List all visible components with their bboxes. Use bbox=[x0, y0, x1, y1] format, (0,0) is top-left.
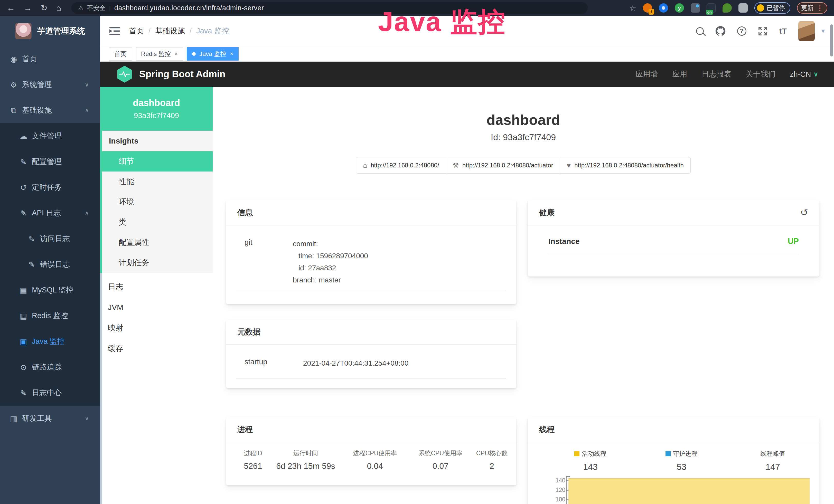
sba-app-header[interactable]: dashboard 93a3fc7f7409 bbox=[100, 87, 213, 131]
extension-orange-icon[interactable]: 1 bbox=[643, 3, 652, 13]
process-cpu-col: 进程CPU使用率 0.04 bbox=[339, 449, 411, 471]
extension-y-icon[interactable]: y bbox=[675, 3, 684, 13]
browser-menu-dots-icon[interactable]: ⋮ bbox=[816, 4, 823, 12]
legend-blue-swatch bbox=[665, 451, 671, 456]
sidebar-item-java-monitor[interactable]: ▣ Java 监控 bbox=[0, 329, 100, 354]
sidebar-item-log-center[interactable]: ✎ 日志中心 bbox=[0, 380, 100, 406]
history-icon[interactable]: ↺ bbox=[800, 207, 808, 218]
extension-on-badge: on bbox=[706, 10, 713, 15]
security-label[interactable]: 不安全 bbox=[87, 4, 106, 12]
sba-item-environment[interactable]: 环境 bbox=[102, 192, 213, 212]
sba-navbar: Spring Boot Admin 应用墙 应用 日志报表 关于我们 zh-CN… bbox=[100, 62, 834, 87]
sba-item-jvm[interactable]: JVM bbox=[100, 297, 213, 318]
search-icon[interactable] bbox=[696, 27, 704, 35]
extension-dark-icon[interactable]: on bbox=[707, 3, 716, 13]
process-card: 进程 进程ID 5261 运行时间 6d 23h 15m 59s 进程CPU使用… bbox=[226, 417, 516, 485]
active-dot-icon bbox=[192, 52, 196, 56]
sidebar-item-trace[interactable]: ⊙ 链路追踪 bbox=[0, 354, 100, 380]
sba-link-journal[interactable]: 日志报表 bbox=[701, 69, 731, 79]
sba-item-metrics[interactable]: 性能 bbox=[102, 171, 213, 192]
column-header: 进程ID bbox=[234, 449, 272, 457]
back-icon[interactable]: ← bbox=[7, 3, 15, 13]
sba-item-caches[interactable]: 缓存 bbox=[100, 338, 213, 359]
sidebar-item-dev-tools[interactable]: ▥ 研发工具 ∨ bbox=[0, 406, 100, 431]
sidebar-item-home[interactable]: ◉ 首页 bbox=[0, 46, 100, 72]
sba-nav-links: 应用墙 应用 日志报表 关于我们 zh-CN ∨ bbox=[635, 69, 818, 79]
question-icon[interactable]: ? bbox=[737, 26, 746, 36]
process-uptime-col: 运行时间 6d 23h 15m 59s bbox=[272, 449, 339, 471]
sba-item-scheduled-tasks[interactable]: 计划任务 bbox=[102, 253, 213, 273]
sidebar-item-redis-monitor[interactable]: ▦ Redis 监控 bbox=[0, 303, 100, 329]
app-logo[interactable]: 芋道管理系统 bbox=[0, 16, 100, 46]
home-icon[interactable]: ⌂ bbox=[56, 3, 61, 13]
url-text[interactable]: dashboard.yudao.iocoder.cn/infra/admin-s… bbox=[114, 4, 264, 12]
sidebar-item-scheduled-tasks[interactable]: ↺ 定时任务 bbox=[0, 175, 100, 200]
extension-pin-icon[interactable] bbox=[659, 3, 668, 13]
extension-grid-icon[interactable] bbox=[691, 3, 700, 13]
address-bar[interactable]: ⚠ 不安全 | dashboard.yudao.iocoder.cn/infra… bbox=[71, 2, 588, 14]
sba-link-about[interactable]: 关于我们 bbox=[746, 69, 775, 79]
sba-item-details[interactable]: 细节 bbox=[102, 151, 213, 171]
instance-id: Id: 93a3fc7f7409 bbox=[213, 132, 834, 142]
edit-icon: ✎ bbox=[18, 157, 29, 166]
spring-boot-admin-logo[interactable] bbox=[117, 66, 133, 83]
sba-item-logs[interactable]: 日志 bbox=[100, 276, 213, 297]
info-card-title: 信息 bbox=[226, 200, 516, 225]
sidebar-item-system-management[interactable]: ⚙ 系统管理 ∨ bbox=[0, 72, 100, 97]
sidebar-item-label: 首页 bbox=[22, 54, 37, 64]
sba-sidebar: dashboard 93a3fc7f7409 Insights 细节 性能 环境… bbox=[100, 87, 213, 504]
sba-item-config-props[interactable]: 配置属性 bbox=[102, 232, 213, 253]
user-avatar[interactable] bbox=[798, 21, 815, 41]
sidebar-item-file-management[interactable]: ☁ 文件管理 bbox=[0, 123, 100, 149]
sba-sidebar-scrollbar[interactable] bbox=[100, 273, 102, 504]
health-card-title: 健康 bbox=[539, 207, 554, 218]
forward-icon[interactable]: → bbox=[24, 3, 32, 13]
sidebar-item-error-logs[interactable]: ✎ 错误日志 bbox=[0, 252, 100, 277]
sba-brand-title[interactable]: Spring Boot Admin bbox=[139, 69, 225, 79]
hamburger-icon[interactable] bbox=[109, 26, 120, 36]
info-git-row: git commit: time: 1596289704000 id: 27aa… bbox=[236, 238, 506, 291]
breadcrumb-home[interactable]: 首页 bbox=[129, 26, 144, 36]
sba-item-classes[interactable]: 类 bbox=[102, 212, 213, 232]
breadcrumb-separator: / bbox=[149, 27, 151, 35]
service-url-button[interactable]: ⌂ http://192.168.0.2:48080/ bbox=[356, 157, 446, 174]
sba-item-mappings[interactable]: 映射 bbox=[100, 318, 213, 338]
close-icon[interactable]: × bbox=[230, 51, 233, 57]
github-icon[interactable] bbox=[715, 26, 726, 37]
browser-actions: ☆ 1 y on 已暂停 更新 ⋮ bbox=[629, 2, 827, 14]
breadcrumb-infrastructure[interactable]: 基础设施 bbox=[155, 26, 185, 36]
extension-leaf-icon[interactable] bbox=[723, 3, 732, 13]
sba-locale-select[interactable]: zh-CN ∨ bbox=[790, 70, 818, 78]
reload-icon[interactable]: ↻ bbox=[41, 3, 47, 13]
sidebar-item-mysql-monitor[interactable]: ▤ MySQL 监控 bbox=[0, 277, 100, 303]
font-size-icon[interactable]: tT bbox=[779, 27, 787, 36]
sidebar-item-infrastructure[interactable]: ⧉ 基础设施 ∧ bbox=[0, 97, 100, 123]
git-branch-line: branch: master bbox=[293, 274, 368, 286]
log-edit-icon: ✎ bbox=[26, 234, 38, 244]
profile-paused-chip[interactable]: 已暂停 bbox=[754, 2, 790, 14]
legend-value: 53 bbox=[636, 462, 727, 472]
history-icon: ↺ bbox=[18, 183, 29, 192]
endpoint-label: http://192.168.0.2:48080/ bbox=[371, 162, 439, 169]
sidebar-item-access-logs[interactable]: ✎ 访问日志 bbox=[0, 226, 100, 252]
sba-link-applications[interactable]: 应用 bbox=[672, 69, 687, 79]
breadcrumb-separator: / bbox=[190, 27, 192, 35]
browser-scrollbar-thumb[interactable] bbox=[830, 24, 833, 56]
sidebar-item-api-logs[interactable]: ✎ API 日志 ∧ bbox=[0, 200, 100, 226]
sba-link-wallboard[interactable]: 应用墙 bbox=[635, 69, 658, 79]
health-url-button[interactable]: ♥ http://192.168.0.2:48080/actuator/heal… bbox=[560, 157, 691, 174]
extension-badge: 1 bbox=[649, 9, 654, 15]
extensions-puzzle-icon[interactable] bbox=[739, 3, 748, 13]
sidebar-item-config-management[interactable]: ✎ 配置管理 bbox=[0, 149, 100, 175]
update-button[interactable]: 更新 ⋮ bbox=[797, 2, 827, 14]
health-instance-row: Instance UP bbox=[548, 237, 799, 253]
tag-home[interactable]: 首页 bbox=[109, 47, 132, 61]
bookmark-star-icon[interactable]: ☆ bbox=[629, 4, 636, 13]
fullscreen-icon[interactable] bbox=[758, 26, 768, 36]
avatar-caret-icon[interactable]: ▾ bbox=[821, 27, 825, 35]
tag-redis-monitor[interactable]: Redis 监控 × bbox=[136, 47, 183, 61]
close-icon[interactable]: × bbox=[174, 51, 178, 57]
tag-java-monitor[interactable]: Java 监控 × bbox=[187, 47, 239, 61]
legend-value: 147 bbox=[727, 462, 818, 472]
actuator-url-button[interactable]: ⚒ http://192.168.0.2:48080/actuator bbox=[446, 157, 560, 174]
